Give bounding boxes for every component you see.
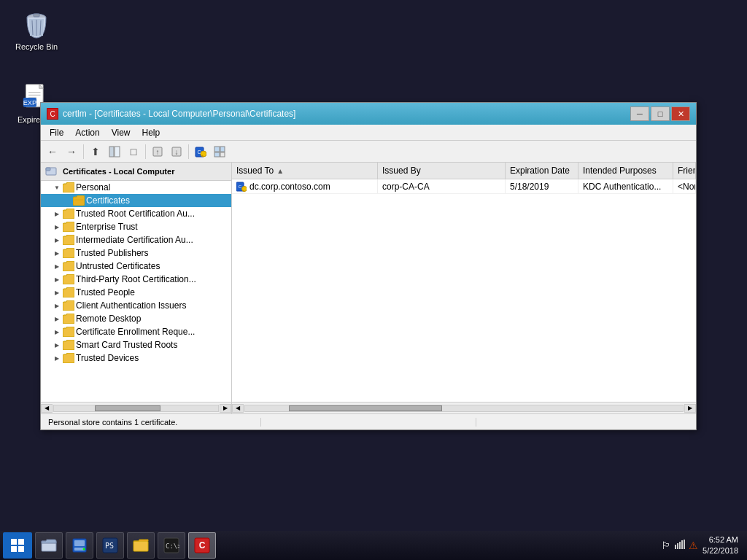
explorer-btn[interactable] (127, 532, 155, 559)
expand-smart-card[interactable]: ▶ (53, 341, 61, 349)
svg-point-30 (242, 186, 247, 191)
powershell-btn[interactable]: PS (96, 532, 124, 559)
col-expiration[interactable]: Expiration Date (506, 163, 578, 179)
cell-purposes: KDC Authenticatio... (578, 179, 673, 193)
svg-text:C: C (199, 540, 206, 551)
menu-file[interactable]: File (44, 126, 69, 139)
svg-text:C: C (239, 184, 242, 189)
new-window-button[interactable]: □ (125, 143, 142, 160)
mmc-taskbar-btn[interactable]: C (188, 532, 216, 559)
svg-point-20 (201, 151, 206, 157)
forward-button[interactable]: → (63, 143, 80, 160)
tree-item-certificates[interactable]: Certificates (41, 194, 231, 207)
recycle-bin-icon[interactable]: Recycle Bin (7, 7, 66, 54)
tree-item-trusted-pub[interactable]: ▶ Trusted Publishers (41, 246, 231, 260)
right-hscroll[interactable]: ◀ ▶ (232, 402, 696, 413)
svg-rect-51 (679, 542, 681, 549)
system-tray: 🏳 ⚠ 6:52 AM 5/22/2018 (655, 534, 744, 557)
expand-trusted-devices[interactable]: ▶ (53, 354, 61, 362)
up-button[interactable]: ⬆ (87, 143, 104, 160)
svg-rect-35 (11, 546, 17, 552)
cmd-btn[interactable]: C:\> (158, 532, 185, 559)
col-issued-by[interactable]: Issued By (378, 163, 506, 179)
tree-item-intermediate[interactable]: ▶ Intermediate Certification Au... (41, 233, 231, 246)
snap-button[interactable] (211, 143, 228, 160)
tree-item-client-auth[interactable]: ▶ Client Authentication Issuers (41, 299, 231, 312)
cert-icon-btn[interactable]: C (192, 143, 209, 160)
warning-icon[interactable]: ⚠ (689, 540, 698, 551)
svg-text:↑: ↑ (156, 148, 160, 156)
expand-untrusted[interactable]: ▶ (53, 262, 61, 271)
expand-third-party[interactable]: ▶ (53, 275, 61, 284)
tray-icons: 🏳 ⚠ (661, 539, 698, 553)
back-button[interactable]: ← (44, 143, 61, 160)
close-button[interactable]: ✕ (671, 106, 690, 121)
expand-client-auth[interactable]: ▶ (53, 301, 61, 310)
tree-item-smart-card[interactable]: ▶ Smart Card Trusted Roots (41, 338, 231, 351)
flag-icon[interactable]: 🏳 (661, 540, 671, 551)
svg-rect-24 (220, 147, 225, 152)
tree-item-third-party[interactable]: ▶ Third-Party Root Certification... (41, 273, 231, 286)
start-button[interactable] (3, 532, 32, 559)
menu-action[interactable]: Action (69, 126, 105, 139)
svg-rect-25 (214, 152, 220, 157)
main-content: Certificates - Local Computer ▼ Personal (41, 163, 696, 402)
tree-label-cert-enrollment: Certificate Enrollment Reque... (76, 327, 195, 337)
right-scroll-left[interactable]: ◀ (232, 404, 244, 413)
tree-item-enterprise[interactable]: ▶ Enterprise Trust (41, 220, 231, 233)
svg-text:C: C (197, 149, 201, 155)
server-manager-btn[interactable] (66, 532, 93, 559)
svg-rect-23 (214, 147, 220, 152)
svg-rect-52 (681, 540, 683, 549)
show-hide-button[interactable] (106, 143, 123, 160)
expand-trusted-root[interactable]: ▶ (53, 209, 61, 218)
tree-item-remote-desktop[interactable]: ▶ Remote Desktop (41, 312, 231, 325)
svg-point-41 (83, 548, 85, 551)
tree-item-trusted-devices[interactable]: ▶ Trusted Devices (41, 351, 231, 365)
tree-root-label: Certificates - Local Computer (63, 167, 174, 176)
minimize-button[interactable]: ─ (630, 106, 649, 121)
left-scroll-track[interactable] (53, 405, 219, 412)
left-scroll-left[interactable]: ◀ (41, 404, 53, 413)
cell-issued-to: C dc.corp.contoso.com (232, 179, 378, 193)
menu-view[interactable]: View (106, 126, 136, 139)
expand-personal[interactable]: ▼ (53, 183, 61, 192)
status-section-2 (261, 418, 477, 427)
right-scroll-right[interactable]: ▶ (684, 404, 696, 413)
tree-item-trusted-people[interactable]: ▶ Trusted People (41, 286, 231, 299)
file-explorer-btn[interactable] (35, 532, 63, 559)
sort-asc-icon: ▲ (276, 167, 284, 175)
col-issued-to[interactable]: Issued To ▲ (232, 163, 378, 179)
col-purposes[interactable]: Intended Purposes (578, 163, 673, 179)
expand-remote-desktop[interactable]: ▶ (53, 314, 61, 323)
tree-label-client-auth: Client Authentication Issuers (76, 300, 186, 311)
table-row[interactable]: C dc.corp.contoso.com corp-CA-CA 5/18/20… (232, 179, 696, 194)
expand-intermediate[interactable]: ▶ (53, 236, 61, 244)
expand-cert-enrollment[interactable]: ▶ (53, 327, 61, 336)
expand-certs[interactable] (63, 196, 71, 205)
left-scroll-right[interactable]: ▶ (220, 404, 231, 413)
export-button[interactable]: ↑ (149, 143, 166, 160)
maximize-button[interactable]: □ (651, 106, 670, 121)
right-scroll-track[interactable] (244, 405, 684, 412)
right-scroll-thumb[interactable] (289, 405, 442, 411)
left-hscroll[interactable]: ◀ ▶ (41, 402, 232, 413)
recycle-bin-label: Recycle Bin (15, 42, 58, 51)
tree-item-cert-enrollment[interactable]: ▶ Certificate Enrollment Reque... (41, 325, 231, 338)
status-section-3 (476, 418, 692, 427)
import-button[interactable]: ↓ (168, 143, 185, 160)
tree-label-untrusted: Untrusted Certificates (76, 261, 160, 271)
expand-enterprise[interactable]: ▶ (53, 222, 61, 231)
expand-trusted-people[interactable]: ▶ (53, 288, 61, 297)
expand-trusted-pub[interactable]: ▶ (53, 249, 61, 257)
network-icon[interactable] (674, 539, 686, 553)
left-scroll-thumb[interactable] (95, 405, 160, 411)
menu-bar: File Action View Help (41, 125, 696, 141)
tree-item-trusted-root[interactable]: ▶ Trusted Root Certification Au... (41, 207, 231, 220)
tree-label-remote-desktop: Remote Desktop (76, 314, 141, 324)
menu-help[interactable]: Help (136, 126, 166, 139)
tree-item-untrusted[interactable]: ▶ Untrusted Certificates (41, 260, 231, 273)
tree-item-personal[interactable]: ▼ Personal (41, 181, 231, 194)
svg-text:PS: PS (105, 542, 114, 550)
col-friendly[interactable]: Friendly N... (673, 163, 696, 179)
